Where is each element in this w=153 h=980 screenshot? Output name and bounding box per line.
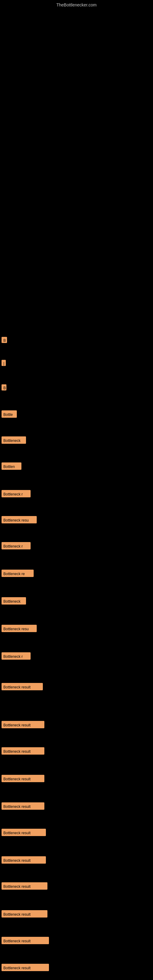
bottleneck-result-item: Bottleneck result — [2, 683, 43, 690]
bottleneck-result-item: Bottleneck result — [2, 910, 48, 918]
bottleneck-result-item: Bottleneck re — [2, 570, 33, 577]
bottleneck-result-item: Bottleneck resu — [2, 516, 37, 523]
bottleneck-result-item: Bottleneck result — [2, 829, 46, 836]
bottleneck-result-item: Bottleneck r — [2, 652, 30, 660]
bottleneck-result-item: Bottleneck result — [2, 747, 45, 755]
bottleneck-result-item: Bottleneck result — [2, 775, 45, 782]
bottleneck-result-item: Bottleneck result — [2, 964, 49, 971]
bottleneck-result-item: Bottleneck — [2, 436, 26, 444]
bottleneck-result-item: Bottleneck resu — [2, 625, 37, 632]
bottleneck-result-item: Bottleneck — [2, 597, 26, 605]
bottleneck-result-item: Bottleneck result — [2, 937, 49, 944]
bottleneck-result-item: Bottleneck result — [2, 882, 48, 890]
bottleneck-result-item: Bottleneck r — [2, 542, 30, 549]
bottleneck-result-item: B — [2, 384, 6, 390]
bottleneck-result-item: | — [2, 360, 6, 366]
bottleneck-result-item: Bottleneck result — [2, 856, 46, 864]
site-title: TheBottlenecker.com — [56, 2, 97, 7]
bottleneck-result-item: Bottle — [2, 410, 17, 418]
bottleneck-result-item: B — [2, 337, 7, 343]
bottleneck-result-item: Bottlen — [2, 463, 21, 470]
bottleneck-result-item: Bottleneck result — [2, 721, 45, 728]
bottleneck-result-item: Bottleneck r — [2, 490, 30, 497]
bottleneck-result-item: Bottleneck result — [2, 802, 45, 810]
